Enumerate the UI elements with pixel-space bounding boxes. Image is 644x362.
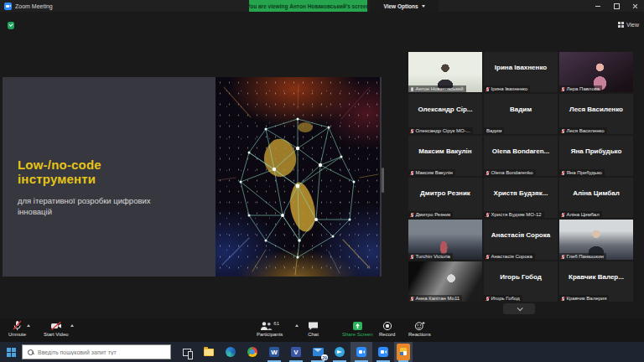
zoom-taskbar-button-2[interactable] [372,342,394,362]
visio-icon: V [291,347,301,357]
participant-tile[interactable]: Дмитро РезникДмитро Резник [408,178,482,218]
visio-button[interactable]: V [285,342,307,362]
participants-grid: Антон НоваковськийІрина ІвахненкоІрина І… [408,52,633,302]
muted-mic-icon [411,171,413,175]
participant-name: Христя Будзяк... [486,178,556,208]
reactions-button[interactable]: Reactions [408,318,431,337]
edge-button[interactable] [220,342,242,362]
participant-name: Анастасія Сорока [486,220,556,250]
muted-mic-icon [486,213,489,217]
meeting-toolbar: Unmute Start Video 61 [0,318,644,342]
participant-label: Лера Павлова [567,86,600,91]
minimize-button[interactable] [589,0,607,12]
chrome-button[interactable] [242,342,263,362]
participant-tile[interactable]: Ірина ІвахненкоІрина Івахненко [484,52,558,92]
participant-name: Вадим [486,94,556,124]
telegram-button[interactable] [329,342,351,362]
word-button[interactable]: W [263,342,285,362]
globe-network-image [216,77,380,277]
participant-tile[interactable]: Яна ПрибудькоЯна Прибудько [559,136,633,176]
mail-button[interactable]: 29 [307,342,329,362]
muted-mic-icon [486,87,489,91]
muted-mic-icon [562,87,564,91]
muted-mic-icon [13,320,22,331]
grid-view-icon [618,22,624,28]
telegram-icon [335,347,345,357]
participant-label: Христя Будзяк МО-12 [491,212,542,217]
audio-options-caret[interactable] [27,324,30,327]
search-icon [28,349,34,355]
start-video-button[interactable]: Start Video [44,318,69,337]
participant-tile[interactable]: Turchin Victoria [408,220,482,260]
task-view-button[interactable] [176,342,198,362]
windows-logo-icon [7,348,16,357]
muted-mic-icon [486,297,489,301]
start-button[interactable] [0,342,22,362]
chrome-icon [247,347,257,357]
participant-label: Яна Прибудько [567,170,602,175]
chat-button[interactable]: Chat [308,318,319,337]
muted-mic-icon [562,213,564,217]
participant-tile[interactable]: Игорь ГободИгорь Гобод [484,261,558,302]
participant-label: Анна Капітан Мо11 [416,296,460,301]
participant-tile[interactable]: Анна Капітан Мо11 [408,261,482,302]
view-layout-button[interactable]: View [618,22,639,28]
participant-tile[interactable]: Олександр Сір...Олександр Сірук МО-... [408,94,482,134]
task-view-icon [183,349,191,356]
participant-name: Ірина Івахненко [486,52,556,82]
maximize-button[interactable] [607,0,626,12]
network-globe-illustration [216,77,380,277]
participant-name: Дмитро Резник [410,178,480,208]
record-icon [382,321,392,331]
taskbar-search[interactable] [22,344,171,359]
zoom-taskbar-button[interactable] [351,342,372,362]
zoom-app-icon [4,3,12,10]
collapse-participants-button[interactable] [503,303,535,314]
participant-label: Turchin Victoria [416,254,450,259]
participant-label: Кравчик Валерия [567,296,607,301]
participant-tile[interactable]: Максим ВакулінМаксим Вакулін [408,136,482,176]
participant-label: Ірина Івахненко [491,86,528,91]
participant-tile[interactable]: Анастасія СорокаАнастасія Сорока [484,220,558,260]
participant-tile[interactable]: Аліна ЦимбалАліна Цимбал [559,178,633,218]
muted-mic-icon [411,297,413,301]
participant-tile[interactable]: Кравчик Валер...Кравчик Валерия [559,261,633,302]
search-input[interactable] [38,349,165,355]
participant-tile[interactable]: ВадимВадим [484,94,558,134]
participant-tile[interactable]: Христя Будзяк...Христя Будзяк МО-12 [484,178,558,218]
muted-mic-icon [411,213,413,217]
chevron-down-icon [517,305,522,311]
share-screen-button[interactable]: Share Screen [342,318,373,337]
participants-button[interactable]: 61 Participants [257,318,283,337]
close-button[interactable] [626,0,644,12]
file-explorer-button[interactable] [198,342,220,362]
view-options-button[interactable]: View Options [370,0,439,12]
participant-name: Яна Прибудько [561,136,631,166]
edge-icon [226,347,236,357]
mic-icon [411,87,413,91]
video-options-caret[interactable] [70,324,74,327]
windows-taskbar: W V 29 2°C УКР 12:47 07. [0,342,644,362]
participant-name: Максим Вакулін [410,136,480,166]
participants-caret[interactable] [295,324,299,327]
video-off-icon [50,321,62,331]
participant-tile[interactable]: Глеб Панюшкин [559,220,633,260]
muted-mic-icon [562,297,564,301]
word-icon: W [269,347,279,357]
participant-tile[interactable]: Olena Bondaren...Olena Bondarenko [484,136,558,176]
muted-mic-icon [411,129,413,133]
record-button[interactable]: Record [379,318,395,337]
participant-name: Olena Bondaren... [486,136,556,166]
chat-icon [308,321,319,331]
orange-app-button[interactable] [394,342,413,362]
screen-share-banner: You are viewing Антон Новаковський's scr… [249,0,367,12]
share-screen-icon [352,321,363,331]
participant-tile[interactable]: Антон Новаковський [408,52,482,92]
scrollbar-thumb[interactable] [382,168,384,193]
security-shield-icon[interactable] [8,22,14,29]
participant-tile[interactable]: Лера Павлова [559,52,633,92]
unmute-button[interactable]: Unmute [8,318,26,337]
participant-tile[interactable]: Леся ВасиленкоЛеся Василенко [559,94,633,134]
muted-mic-icon [486,255,489,259]
window-title: Zoom Meeting [15,3,53,9]
